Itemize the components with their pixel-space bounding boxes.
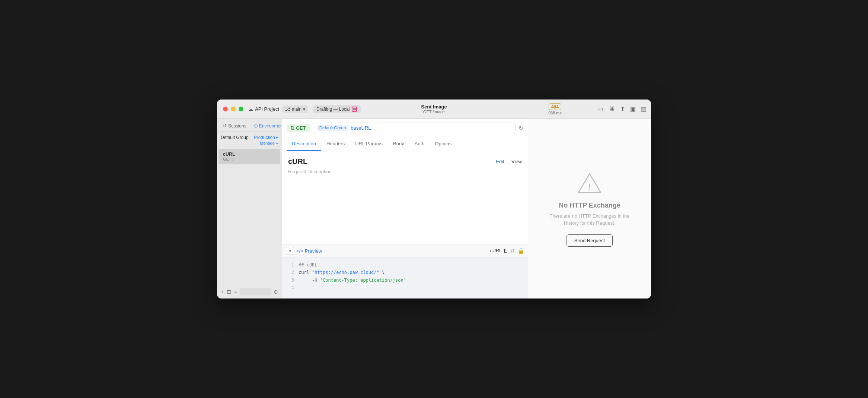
method-badge[interactable]: ⇅ GET xyxy=(287,124,310,132)
sidebar-footer: + ⊡ ≡ ⊙ xyxy=(217,285,282,298)
status-badge-area: 404 988 ms xyxy=(548,103,562,115)
preview-label: Preview xyxy=(305,248,322,254)
tab-description[interactable]: Description xyxy=(287,137,321,151)
list-icon[interactable]: ≡ xyxy=(234,289,237,295)
at-icon[interactable]: ⊙ xyxy=(274,289,278,295)
description-area: cURL Edit | View Request Description xyxy=(282,151,528,244)
tab-status-dot xyxy=(352,107,357,112)
response-panel: ! No HTTP Exchange There are no HTTP Exc… xyxy=(528,119,651,298)
sidebar-item-method: GET / xyxy=(223,157,276,161)
format-label: cURL xyxy=(490,248,502,253)
sessions-tab[interactable]: ↺ Sessions xyxy=(220,122,249,130)
folder-icon[interactable]: ⊡ xyxy=(227,289,231,295)
title-bar: ☁ API Project ⎇ main ▾ Drafting — Local … xyxy=(217,100,651,119)
format-selector[interactable]: cURL ⇅ xyxy=(490,248,507,254)
tab-headers-label: Headers xyxy=(326,141,345,146)
no-exchange-icon: ! xyxy=(577,171,603,196)
request-panel: ⇅ GET Default Group baseURL ↻ Descriptio… xyxy=(282,119,528,298)
edit-button[interactable]: Edit xyxy=(496,159,504,164)
env-section: Default Group Production ▾ Manage » xyxy=(217,132,282,147)
method-arrow-icon: ⇅ xyxy=(290,125,294,131)
branch-selector[interactable]: ⎇ main ▾ xyxy=(282,105,308,113)
sidebar-list: cURL GET / xyxy=(217,147,282,285)
description-placeholder: Request Description xyxy=(288,169,522,174)
project-selector[interactable]: ☁ API Project xyxy=(248,106,279,112)
manage-link[interactable]: Manage » xyxy=(221,141,278,145)
url-bar: ⇅ GET Default Group baseURL ↻ xyxy=(282,119,528,137)
sidebar-item-curl[interactable]: cURL GET / xyxy=(218,149,280,164)
dropdown-button[interactable]: ▾ xyxy=(286,247,294,255)
http-status-code: 404 xyxy=(549,103,561,110)
title-bar-right: ≡↑ ⌘ ⬆ ▣ ▤ xyxy=(597,105,647,113)
code-content: curl "https://echo.paw.cloud/" \ xyxy=(299,269,384,276)
desc-actions: Edit | View xyxy=(496,159,522,164)
chevron-down-icon: ▾ xyxy=(276,135,278,140)
lock-icon[interactable]: 🔒 xyxy=(518,248,524,254)
code-line-4: 4 xyxy=(288,284,522,291)
sessions-label: Sessions xyxy=(228,123,246,129)
code-toolbar-right: cURL ⇅ ⎙ 🔒 xyxy=(490,248,524,254)
preview-button[interactable]: </> Preview xyxy=(296,248,322,254)
code-line-1: 1 ## cURL xyxy=(288,261,522,269)
code-toolbar-left: ▾ </> Preview xyxy=(286,247,322,255)
code-line-2: 2 curl "https://echo.paw.cloud/" \ xyxy=(288,269,522,276)
svg-text:!: ! xyxy=(588,182,591,192)
tab-url-params[interactable]: URL Params xyxy=(350,137,388,151)
window-title-area: Sent Image GET /image xyxy=(421,104,447,114)
desc-header: cURL Edit | View xyxy=(288,157,522,166)
url-group-tag: Default Group xyxy=(317,125,349,131)
branch-label: main xyxy=(292,107,301,112)
sort-icon[interactable]: ≡↑ xyxy=(597,106,604,113)
no-exchange-desc: There are no HTTP Exchanges in the Histo… xyxy=(549,212,631,227)
chevron-down-icon: ▾ xyxy=(303,107,305,112)
code-tag-icon: </> xyxy=(296,248,303,254)
title-bar-left: ☁ API Project ⎇ main ▾ Drafting — Local xyxy=(248,105,361,113)
main-content: ↺ Sessions ⬡ Environments Default Group … xyxy=(217,119,651,298)
git-icon: ⎇ xyxy=(285,107,290,112)
send-request-button[interactable]: Send Request xyxy=(567,234,613,247)
tab-description-label: Description xyxy=(292,141,316,146)
tab-headers[interactable]: Headers xyxy=(321,137,350,151)
cloud-icon: ☁ xyxy=(248,106,253,112)
export-icon[interactable]: ⬆ xyxy=(620,105,625,113)
no-exchange-title: No HTTP Exchange xyxy=(559,202,620,209)
drafting-tab[interactable]: Drafting — Local xyxy=(313,105,361,113)
add-icon[interactable]: + xyxy=(221,289,224,295)
env-selector[interactable]: Production ▾ xyxy=(254,135,278,140)
close-button[interactable] xyxy=(223,107,228,111)
share-icon[interactable]: ⎙ xyxy=(511,248,514,254)
panel-icon[interactable]: ▤ xyxy=(641,105,647,113)
code-editor[interactable]: 1 ## cURL 2 curl "https://echo.paw.cloud… xyxy=(282,258,528,298)
sidebar: ↺ Sessions ⬡ Environments Default Group … xyxy=(217,119,282,298)
line-number: 2 xyxy=(288,269,294,276)
env-selector-label: Production xyxy=(254,135,275,140)
tab-auth[interactable]: Auth xyxy=(409,137,430,151)
tab-url-params-label: URL Params xyxy=(355,141,383,146)
traffic-lights xyxy=(223,107,243,111)
environments-icon: ⬡ xyxy=(254,123,258,129)
code-toolbar: ▾ </> Preview cURL ⇅ ⎙ 🔒 xyxy=(282,244,528,258)
split-view-icon[interactable]: ▣ xyxy=(630,105,636,113)
url-path: baseURL xyxy=(351,125,371,131)
tab-body[interactable]: Body xyxy=(388,137,409,151)
window-subtitle: GET /image xyxy=(423,110,445,114)
footer-search xyxy=(240,288,271,296)
method-label: GET xyxy=(296,125,306,131)
request-tabs: Description Headers URL Params Body Auth… xyxy=(282,137,528,151)
sessions-icon: ↺ xyxy=(223,123,227,129)
line-number: 1 xyxy=(288,261,294,269)
url-input-area[interactable]: Default Group baseURL xyxy=(313,123,516,133)
group-name: Default Group xyxy=(221,135,249,140)
refresh-button[interactable]: ↻ xyxy=(518,124,523,132)
tab-body-label: Body xyxy=(393,141,404,146)
link-icon[interactable]: ⌘ xyxy=(609,105,615,113)
maximize-button[interactable] xyxy=(239,107,243,111)
app-window: ☁ API Project ⎇ main ▾ Drafting — Local … xyxy=(217,100,651,298)
request-title: cURL xyxy=(288,157,307,166)
response-time: 988 ms xyxy=(548,110,562,115)
view-button[interactable]: View xyxy=(511,159,522,164)
minimize-button[interactable] xyxy=(231,107,236,111)
tab-options[interactable]: Options xyxy=(430,137,457,151)
sidebar-tabs: ↺ Sessions ⬡ Environments xyxy=(217,119,282,132)
project-label: API Project xyxy=(255,106,279,112)
